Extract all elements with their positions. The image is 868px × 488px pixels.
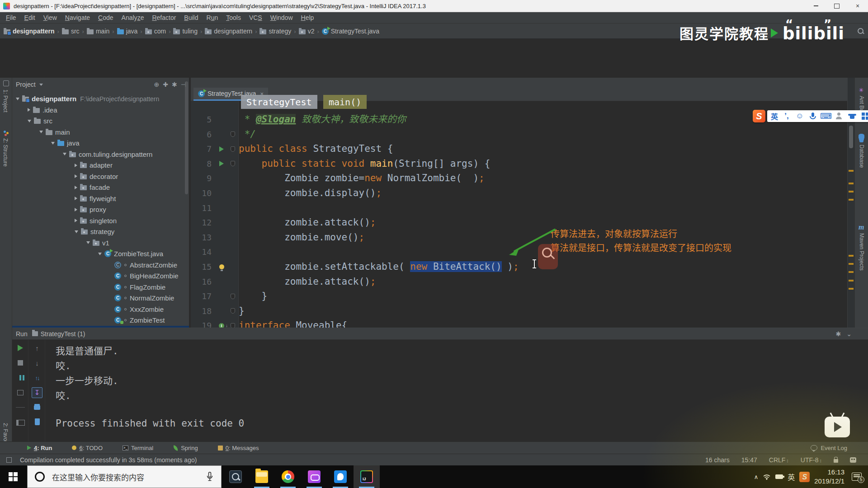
tree-item-ZombieTest.java[interactable]: ZombieTest.java (12, 248, 189, 259)
scrollend-button[interactable]: ↧ (32, 387, 42, 398)
notification-center-icon[interactable]: 5 (852, 473, 862, 481)
code-line-9[interactable]: 9 Zombie zombie=new NormalZombie( ); (191, 171, 847, 186)
settings-icon[interactable]: ✱ (836, 330, 841, 338)
tree-item-v1[interactable]: v1 (12, 237, 189, 249)
trash-button[interactable] (32, 417, 42, 428)
collapse-all-icon[interactable]: ✚ (163, 81, 168, 88)
comma-icon[interactable] (782, 112, 791, 121)
tool-button-maven-projects[interactable]: Maven Projects (859, 233, 865, 271)
wifi-icon[interactable] (763, 474, 771, 480)
menu-item-build[interactable]: Build (180, 14, 202, 21)
warning-tick-icon[interactable] (849, 255, 854, 257)
taskbar-app-intellij-idea[interactable] (354, 465, 380, 488)
start-button[interactable] (0, 465, 26, 488)
menu-item-run[interactable]: Run (203, 14, 222, 21)
tree-item-AbstractZombie[interactable]: AbstractZombie (12, 259, 189, 271)
chevron-down-icon[interactable] (39, 84, 43, 86)
lock-icon[interactable] (834, 459, 838, 463)
tree-item-main[interactable]: main (12, 127, 189, 138)
fold-marker-icon[interactable] (231, 161, 235, 166)
tool-button-terminal[interactable]: Terminal (123, 445, 153, 451)
event-log-button[interactable]: Event Log (811, 445, 847, 451)
mic-icon[interactable] (808, 112, 817, 121)
line-separator-selector[interactable]: CRLF↕ (769, 456, 789, 464)
menu-item-code[interactable]: Code (94, 14, 117, 21)
tree-item-.idea[interactable]: .idea (12, 104, 189, 116)
breadcrumb-v2[interactable]: v2 (299, 28, 315, 35)
breadcrumb-src[interactable]: src (62, 28, 80, 35)
warning-tick-icon[interactable] (849, 183, 854, 184)
expanded-arrow-icon[interactable] (28, 120, 31, 122)
warning-tick-icon[interactable] (849, 170, 854, 172)
warning-tick-icon[interactable] (849, 191, 854, 192)
sogou-mode-label[interactable]: 英 (771, 111, 778, 122)
tree-item-singleton[interactable]: singleton (12, 215, 189, 226)
tree-item-java[interactable]: java (12, 137, 189, 149)
warning-tick-icon[interactable] (849, 199, 854, 201)
tree-item-src[interactable]: src (12, 115, 189, 127)
menu-item-help[interactable]: Help (297, 14, 318, 21)
smiley-icon[interactable] (795, 112, 804, 121)
tree-item-strategy[interactable]: strategy (12, 226, 189, 237)
taskbar-app-task-view[interactable] (222, 465, 249, 488)
expanded-arrow-icon[interactable] (16, 98, 19, 100)
tray-expand-icon[interactable]: ∧ (754, 474, 759, 480)
collapsed-arrow-icon[interactable] (75, 197, 77, 200)
tree-item-proxy[interactable]: proxy (12, 204, 189, 215)
sogou-tray-icon[interactable]: S (799, 472, 810, 482)
hide-panel-icon[interactable]: ⌄ (846, 330, 852, 338)
tshirt-icon[interactable] (848, 112, 857, 121)
stop-button[interactable] (15, 357, 26, 368)
tool-button-spring[interactable]: Spring (173, 445, 198, 451)
tree-item-facade[interactable]: facade (12, 182, 189, 193)
down-button[interactable]: ↓ (32, 357, 42, 368)
code-line-6[interactable]: 6 */ (191, 127, 847, 142)
code-line-8[interactable]: 8 public static void main(String[] args)… (191, 156, 847, 171)
run-line-icon[interactable] (219, 161, 224, 166)
code-line-17[interactable]: 17 } (191, 289, 847, 304)
breadcrumb-tuling[interactable]: tuling (173, 28, 197, 35)
warning-tick-icon[interactable] (849, 271, 854, 273)
tool-button-structure[interactable]: Z: Structure (2, 138, 9, 167)
print-button[interactable] (32, 402, 42, 413)
tool-button-6-todo[interactable]: 6: TODO (72, 445, 103, 451)
fold-marker-icon[interactable] (231, 294, 235, 299)
run-tab-label[interactable]: StrategyTest (1) (41, 330, 85, 338)
expanded-arrow-icon[interactable] (63, 153, 66, 155)
tree-item-BigHeadZombie[interactable]: BigHeadZombie (12, 270, 189, 282)
ime-indicator[interactable]: 英 (788, 471, 795, 482)
maximize-button[interactable] (826, 0, 847, 12)
taskbar-app-media-app[interactable] (301, 465, 327, 488)
menu-item-analyze[interactable]: Analyze (118, 14, 148, 21)
tool-button-4-run[interactable]: 4: Run (27, 445, 52, 451)
breadcrumb-main[interactable]: main (87, 28, 109, 35)
breadcrumb-strategy[interactable]: strategy (259, 28, 291, 35)
minimize-button[interactable] (806, 0, 826, 12)
menu-item-navigate[interactable]: Navigate (61, 14, 94, 21)
warning-tick-icon[interactable] (849, 280, 854, 282)
intention-bulb-icon[interactable] (219, 264, 224, 269)
editor[interactable]: StrategyTest.java × 5 * @Slogan 致敬大神，致敬未… (191, 78, 847, 366)
tree-item-decorator[interactable]: decorator (12, 171, 189, 182)
tree-item-com.tuling.designpattern[interactable]: com.tuling.designpattern (12, 149, 189, 160)
collapsed-arrow-icon[interactable] (75, 219, 77, 222)
toolwindow-toggle-icon[interactable] (6, 457, 12, 463)
menu-item-view[interactable]: View (39, 14, 61, 21)
editor-scrollbar-thumb[interactable] (849, 126, 853, 148)
code-line-16[interactable]: 16 zombie.attack(); (191, 274, 847, 289)
breadcrumb-java[interactable]: java (117, 28, 138, 35)
expanded-arrow-icon[interactable] (39, 131, 43, 133)
taskbar-app-file-explorer[interactable] (249, 465, 275, 488)
filter-button[interactable]: ↑↓ (32, 372, 42, 383)
tree-item-adapter[interactable]: adapter (12, 160, 189, 171)
menu-item-file[interactable]: File (2, 14, 20, 21)
code-line-15[interactable]: 15 zombie.setAttackable( new BiteAttack(… (191, 259, 847, 274)
code-line-7[interactable]: 7public class StrategyTest { (191, 141, 847, 156)
fold-marker-icon[interactable] (231, 131, 235, 137)
menu-item-window[interactable]: Window (266, 14, 297, 21)
pause-button[interactable] (15, 372, 26, 383)
warning-tick-icon[interactable] (849, 288, 854, 290)
hector-inspection-icon[interactable] (850, 457, 856, 463)
fold-marker-icon[interactable] (231, 146, 235, 152)
sogou-logo-icon[interactable]: S (753, 110, 765, 122)
